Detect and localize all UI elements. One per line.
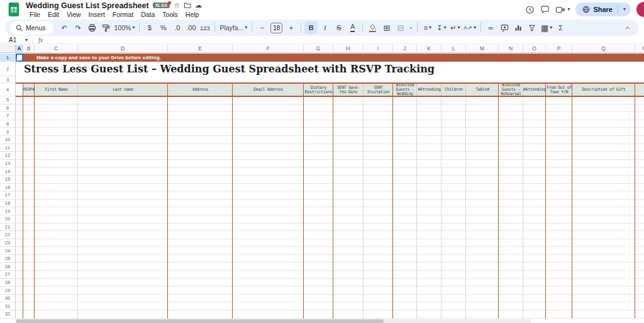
menu-file[interactable]: File: [26, 11, 44, 18]
row-header-3[interactable]: 3: [0, 76, 15, 83]
row-header-9[interactable]: 9: [0, 128, 15, 136]
row-header-28[interactable]: 28: [0, 279, 15, 287]
column-header-O[interactable]: O: [523, 45, 546, 52]
grid-row[interactable]: [16, 295, 644, 303]
grid-row[interactable]: [16, 128, 644, 136]
insert-table-button[interactable]: ▦▾: [540, 21, 553, 34]
column-header-G[interactable]: G: [304, 45, 333, 52]
move-folder-icon[interactable]: [184, 2, 191, 9]
format-currency-button[interactable]: $: [143, 21, 156, 34]
row-header-20[interactable]: 20: [0, 215, 15, 224]
grid-row[interactable]: [16, 176, 644, 184]
menu-help[interactable]: Help: [182, 11, 203, 18]
merge-cells-button[interactable]: ⊟: [394, 21, 407, 34]
redo-button[interactable]: ↷: [72, 21, 85, 34]
column-header-I[interactable]: I: [364, 45, 393, 52]
fill-color-button[interactable]: [366, 21, 379, 34]
row-header-11[interactable]: 11: [0, 144, 15, 152]
row-header-7[interactable]: 7: [0, 112, 15, 120]
column-header-B[interactable]: B: [23, 45, 35, 52]
header-cell-O[interactable]: #Attending: [523, 83, 546, 96]
paint-format-button[interactable]: [99, 21, 113, 34]
grid-row[interactable]: [16, 160, 644, 168]
strikethrough-button[interactable]: S: [332, 21, 345, 34]
header-cell-C[interactable]: First Name: [35, 83, 78, 96]
decrease-font-size-button[interactable]: −: [255, 21, 269, 34]
header-cell-P[interactable]: From Out of Town Y/N: [546, 83, 572, 96]
grid-row[interactable]: [16, 255, 644, 263]
row-header-27[interactable]: 27: [0, 271, 15, 279]
comment-history-icon[interactable]: [540, 5, 550, 14]
column-header-H[interactable]: H: [333, 45, 364, 52]
zoom-select[interactable]: 100%▾: [113, 21, 136, 34]
row-header-4[interactable]: 4: [0, 83, 15, 96]
text-rotation-button[interactable]: A↗▾: [462, 21, 477, 34]
borders-button[interactable]: ⊞: [380, 21, 393, 34]
menu-data[interactable]: Data: [137, 11, 158, 18]
column-header-K[interactable]: K: [417, 45, 441, 52]
grid-row[interactable]: [16, 215, 644, 224]
format-percent-button[interactable]: %: [157, 21, 170, 34]
grid-row[interactable]: [16, 120, 644, 128]
row-header-2[interactable]: 2: [0, 62, 15, 76]
row-header-5[interactable]: 5: [0, 96, 15, 105]
font-family-select[interactable]: Playfa...▾: [218, 21, 248, 34]
horizontal-scrollbar-thumb[interactable]: [16, 319, 384, 323]
menu-tools[interactable]: Tools: [158, 11, 182, 18]
sheet-title[interactable]: Stress Less Guest List – Wedding Guest S…: [24, 62, 644, 76]
print-button[interactable]: [86, 21, 99, 34]
row-header-23[interactable]: 23: [0, 239, 15, 247]
grid-row[interactable]: [16, 231, 644, 239]
column-header-J[interactable]: J: [393, 45, 417, 52]
share-button[interactable]: Share ▾: [575, 3, 631, 16]
insert-link-button[interactable]: ∞: [484, 21, 497, 34]
banner-row[interactable]: Make a copy and save to your Drive befor…: [23, 54, 644, 62]
grid-row[interactable]: [16, 207, 644, 215]
header-cell-D[interactable]: Last name: [78, 83, 168, 96]
column-header-C[interactable]: C: [35, 45, 78, 52]
functions-button[interactable]: Σ: [554, 21, 567, 34]
row-header-25[interactable]: 25: [0, 255, 15, 263]
header-cell-Q[interactable]: Description of Gift: [572, 83, 635, 96]
name-box[interactable]: A1: [0, 37, 25, 43]
select-all-corner[interactable]: [0, 45, 16, 52]
italic-button[interactable]: I: [318, 21, 331, 34]
grid-row[interactable]: [16, 144, 644, 152]
horizontal-align-button[interactable]: ≡▾: [421, 21, 434, 34]
row-header-32[interactable]: 32: [0, 310, 15, 319]
text-wrap-button[interactable]: ↵▾: [448, 21, 462, 34]
column-header-L[interactable]: L: [441, 45, 466, 52]
row-header-24[interactable]: 24: [0, 247, 15, 255]
grid-row[interactable]: [16, 184, 644, 192]
vertical-align-button[interactable]: ↧▾: [435, 21, 448, 34]
row-header-8[interactable]: 8: [0, 120, 15, 128]
grid-row[interactable]: [16, 96, 644, 105]
header-cell-F[interactable]: Email Address: [233, 83, 304, 96]
header-cell-M[interactable]: Table#: [466, 83, 499, 96]
grid-body[interactable]: Make a copy and save to your Drive befor…: [0, 54, 644, 323]
grid-row[interactable]: [16, 279, 644, 287]
bold-button[interactable]: B: [304, 21, 318, 34]
column-header-N[interactable]: N: [499, 45, 523, 52]
row-header-6[interactable]: 6: [0, 105, 15, 113]
row-header-21[interactable]: 21: [0, 224, 15, 232]
increase-decimals-button[interactable]: .00: [184, 21, 197, 34]
grid-row[interactable]: [16, 112, 644, 120]
formula-input[interactable]: [43, 37, 644, 43]
version-history-icon[interactable]: [525, 5, 535, 14]
meet-camera-icon[interactable]: ▾: [555, 6, 570, 14]
grid-row[interactable]: [16, 271, 644, 279]
row-header-16[interactable]: 16: [0, 184, 15, 192]
create-filter-button[interactable]: [526, 21, 539, 34]
star-icon[interactable]: ☆: [174, 2, 180, 9]
grid-row[interactable]: [16, 105, 644, 113]
meet-caret-icon[interactable]: ▾: [567, 7, 570, 12]
menus-search-button[interactable]: Menus: [10, 21, 53, 35]
header-cell-K[interactable]: #Attending: [417, 83, 441, 96]
column-header-D[interactable]: D: [78, 45, 168, 52]
font-size-input[interactable]: 18: [270, 23, 282, 33]
column-header-F[interactable]: F: [233, 45, 304, 52]
menu-view[interactable]: View: [63, 11, 85, 18]
grid-row[interactable]: [16, 191, 644, 200]
row-header-17[interactable]: 17: [0, 191, 15, 200]
